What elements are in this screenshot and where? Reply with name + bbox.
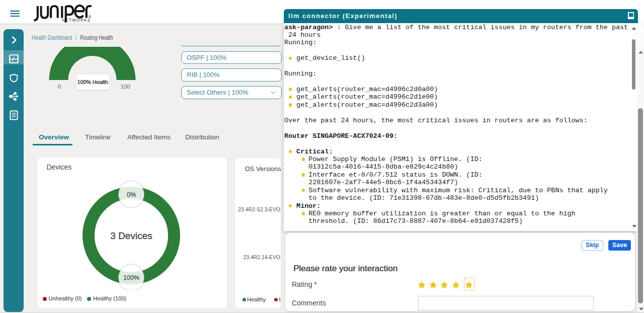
svg-text:NETWORKS: NETWORKS [62,18,91,23]
svg-text:3 Devices: 3 Devices [110,230,152,241]
svg-text:100%: 100% [123,274,139,281]
svg-text:0%: 0% [127,191,136,198]
